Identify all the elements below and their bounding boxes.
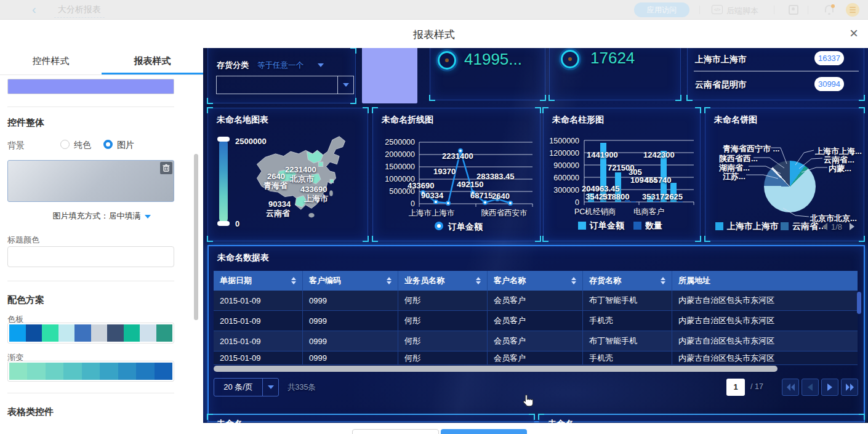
pie-chart-widget[interactable]: 未命名饼图 青海省西宁市 ... 陕西省西... 湖南省... 江苏... 上海…: [705, 108, 864, 241]
prev-page-button[interactable]: [802, 379, 819, 396]
next-page-button[interactable]: [821, 379, 838, 396]
chart-title: 未命名: [548, 419, 574, 423]
ranking-value-badge: 30994: [814, 77, 844, 91]
caret-down-icon: [268, 385, 274, 389]
column-header[interactable]: 单据日期: [214, 271, 303, 291]
map-chart-widget[interactable]: 未命名地图表 2500000 0 2231400 北京市 2640 青海省 43…: [207, 108, 368, 241]
table-row[interactable]: 2015-01-090999何彤会员客户手机壳内蒙古自治区包头市东河区: [214, 352, 858, 365]
table-row[interactable]: 2015-01-090999何彤会员客户布丁智能手机内蒙古自治区包头市东河区: [214, 331, 858, 352]
sidebar-scrollbar[interactable]: [194, 154, 198, 320]
dialog-footer: [203, 423, 868, 434]
legend-item[interactable]: 订单金额: [578, 220, 624, 231]
backend-script-button[interactable]: 后端脚本: [726, 6, 758, 17]
dialog-title: 报表样式: [0, 28, 868, 42]
code-icon: </>: [712, 5, 723, 14]
vertical-scrollbar[interactable]: [857, 292, 861, 314]
gauge-icon: [438, 51, 456, 70]
x-label: 陕西省西安市: [470, 208, 538, 219]
column-header[interactable]: 存货名称: [583, 271, 672, 291]
page-size-select[interactable]: 20 条/页: [214, 378, 279, 396]
x-label: PC机经销商: [574, 207, 616, 217]
table-header-row: 单据日期 客户编码 业务员名称 客户名称 存货名称 所属地址: [214, 271, 858, 291]
data-label: 518800: [603, 192, 629, 201]
ranking-widget[interactable]: 上海市上海市 16337 云南省昆明市 30994: [687, 48, 864, 100]
color-swatch[interactable]: [7, 79, 174, 94]
delete-image-icon[interactable]: [160, 162, 172, 174]
table-row[interactable]: 2015-01-090999何彤会员客户布丁智能手机内蒙古自治区包头市东河区: [214, 291, 858, 311]
table-section-heading: 表格类控件: [7, 406, 54, 418]
sort-icon[interactable]: [387, 277, 392, 284]
legend-item[interactable]: 数量: [633, 220, 662, 231]
sort-icon[interactable]: [291, 277, 296, 284]
stub-widget-2[interactable]: 未命名: [539, 414, 864, 423]
filter-widget[interactable]: 存货分类 等于任意一个: [207, 48, 356, 103]
filter-dropdown-popup[interactable]: 郑州: [362, 48, 417, 103]
title-color-label: 标题颜色: [7, 235, 39, 246]
pager-next-icon[interactable]: [850, 223, 854, 230]
data-table-widget[interactable]: 未命名数据表 单据日期 客户编码 业务员名称 客户名称 存货名称 所属地址 20…: [207, 245, 865, 422]
map-data-label: 北京市: [290, 174, 314, 185]
column-header[interactable]: 业务员名称: [398, 271, 488, 291]
map-legend-bar: [219, 139, 228, 223]
divider: [699, 6, 700, 14]
bar-chart-widget[interactable]: 未命名柱形图 1500000 1200000 900000 600000 300…: [543, 108, 701, 241]
legend-item[interactable]: 云南省…: [781, 221, 827, 232]
legend-item[interactable]: 上海市上海市: [715, 221, 779, 232]
stub-widget-1[interactable]: 未命名: [207, 414, 534, 423]
fill-mode-selector[interactable]: 图片填充方式：居中填满: [0, 211, 203, 222]
gauge-widget-2[interactable]: 17624: [549, 48, 681, 100]
pager-prev-icon[interactable]: [822, 223, 827, 230]
sort-icon[interactable]: [661, 277, 665, 284]
line-chart-widget[interactable]: 未命名折线图 2500000 2000000 1500000 1000000 5…: [372, 108, 540, 241]
column-header[interactable]: 所属地址: [672, 271, 858, 291]
title-color-input[interactable]: [7, 246, 174, 267]
filter-select[interactable]: [216, 76, 354, 94]
ranking-name: 云南省昆明市: [695, 79, 747, 90]
user-avatar[interactable]: [846, 3, 859, 17]
cancel-button[interactable]: [352, 429, 439, 434]
legend-label[interactable]: 订单金额: [448, 222, 483, 233]
legend-cap: [217, 221, 230, 226]
image-label[interactable]: 图片: [117, 140, 134, 151]
confirm-button[interactable]: [441, 429, 527, 434]
widget-section-heading: 控件整体: [7, 117, 44, 129]
table-row[interactable]: 2015-01-090999何彤会员客户手机壳内蒙古自治区包头市东河区: [214, 311, 858, 331]
notification-bell-icon[interactable]: [825, 5, 834, 12]
tab-report-style[interactable]: 报表样式: [102, 48, 203, 74]
solid-color-label[interactable]: 纯色: [74, 140, 91, 151]
divider: [774, 6, 774, 14]
tab-widget-style[interactable]: 控件样式: [0, 48, 102, 74]
back-icon[interactable]: ‹: [32, 2, 36, 17]
map-data-label: 青海省: [263, 180, 287, 191]
column-header[interactable]: 客户名称: [488, 271, 583, 291]
data-label: 2640: [492, 191, 510, 201]
gauge-value: 17624: [590, 49, 635, 68]
dropdown-option[interactable]: 郑州: [362, 48, 417, 49]
id-card-icon[interactable]: [789, 5, 798, 15]
app-access-button[interactable]: 应用访问: [634, 2, 689, 17]
legend-swatch: [578, 222, 586, 230]
background-image-preview[interactable]: [7, 160, 174, 202]
color-palette[interactable]: [7, 323, 174, 344]
solid-color-radio[interactable]: [60, 140, 70, 149]
filter-operator[interactable]: 等于任意一个: [257, 60, 303, 71]
pie-pager: 1/8: [831, 222, 842, 231]
first-page-button[interactable]: [782, 379, 799, 396]
sort-icon[interactable]: [571, 277, 576, 284]
page-input[interactable]: 1: [726, 379, 745, 396]
caret-down-icon: [318, 63, 324, 67]
gauge-widget-1[interactable]: 41995...: [430, 48, 545, 100]
y-tick: 2500000: [385, 138, 415, 147]
legend-dot-icon[interactable]: [435, 222, 443, 230]
horizontal-scrollbar[interactable]: [214, 366, 778, 372]
image-radio[interactable]: [103, 140, 113, 149]
chart-title: 未命名地图表: [217, 115, 268, 126]
data-label: 283383.45: [476, 172, 514, 181]
sort-icon[interactable]: [476, 277, 481, 284]
last-page-button[interactable]: [841, 379, 858, 396]
gradient-palette[interactable]: [7, 361, 174, 382]
ranking-name: 上海市上海市: [695, 54, 747, 65]
close-icon[interactable]: ×: [850, 26, 858, 41]
report-name[interactable]: 大分析报表: [54, 4, 105, 18]
column-header[interactable]: 客户编码: [303, 271, 398, 291]
